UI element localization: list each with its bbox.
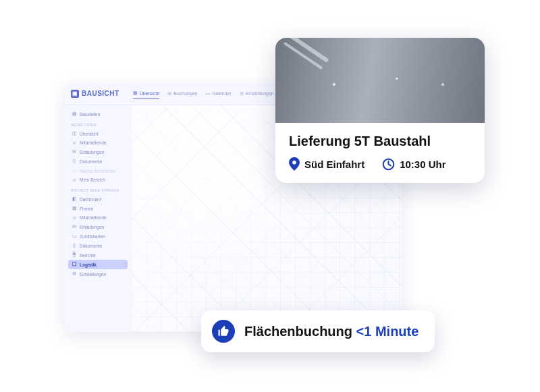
sidebar-item-firmen[interactable]: ▤Firmen <box>68 204 128 213</box>
brand: ▣ BAUSICHT <box>71 90 119 98</box>
sidebar-item-uebersicht[interactable]: ◫Übersicht <box>68 129 128 138</box>
sidebar-section-project: PROJECT BLUE SPRINGS <box>71 188 125 192</box>
pin-icon <box>289 157 300 171</box>
calendar-icon: ▭ <box>206 91 211 96</box>
tab-buchungen[interactable]: ☰ Buchungen <box>167 88 197 99</box>
gear-icon: ⚙ <box>240 91 244 96</box>
mail-icon: ✉ <box>72 224 77 229</box>
user-icon: ☺ <box>72 177 77 182</box>
sidebar-item-mitarbeitende-2[interactable]: ☺Mitarbeitende <box>68 213 128 222</box>
sidebar-item-dashboard[interactable]: ◧Dashboard <box>68 194 128 204</box>
sidebar-item-logistik[interactable]: ❐Logistik <box>68 260 128 269</box>
delivery-card: Lieferung 5T Baustahl Süd Einfahrt 10:30… <box>275 38 485 183</box>
people-icon: ☺ <box>72 215 77 220</box>
badge-text-main: Flächenbuchung <box>244 324 352 339</box>
list-icon: ☰ <box>167 91 171 96</box>
doc-icon: ▯ <box>72 159 77 164</box>
delivery-location: Süd Einfahrt <box>289 157 364 171</box>
sidebar-item-einladungen-2[interactable]: ✉Einladungen <box>68 222 128 231</box>
dashboard-icon: ◧ <box>72 196 77 202</box>
tab-kalender[interactable]: ▭ Kalender <box>206 88 232 99</box>
sidebar-item-dokumente-2[interactable]: ▯Dokumente <box>68 241 128 250</box>
mail-icon: ✉ <box>72 149 77 155</box>
delivery-body: Lieferung 5T Baustahl Süd Einfahrt 10:30… <box>275 123 485 183</box>
sidebar-item-mitarbeitende[interactable]: ☺Mitarbeitende <box>68 138 128 147</box>
grid-icon: ▦ <box>133 90 138 96</box>
badge-flaechenbuchung: Flächenbuchung <1 Minute <box>201 310 435 352</box>
brand-name: BAUSICHT <box>82 90 119 97</box>
delivery-location-text: Süd Einfahrt <box>304 159 364 170</box>
delivery-image-steel <box>275 38 485 123</box>
sidebar-item-zutrittskarten[interactable]: ▭Zutrittskarten <box>68 231 128 241</box>
clock-icon <box>382 158 395 171</box>
company-icon: ▤ <box>72 206 77 211</box>
delivery-title: Lieferung 5T Baustahl <box>289 134 471 149</box>
report-icon: ≣ <box>72 252 77 258</box>
sidebar-item-einstellungen[interactable]: ⚙Einstellungen <box>68 269 128 279</box>
sidebar: ▤ Baustellen MEINE FIRMA ◫Übersicht ☺Mit… <box>64 105 132 332</box>
sidebar-item-berichte[interactable]: ≣Berichte <box>68 250 128 260</box>
badge-text-highlight: <1 Minute <box>356 324 419 339</box>
overview-icon: ◫ <box>72 131 77 136</box>
sidebar-item-mein-bereich[interactable]: ☺Mein Bereich <box>68 175 128 184</box>
gear-icon: ⚙ <box>72 271 77 277</box>
tab-uebersicht[interactable]: ▦ Übersicht <box>133 88 160 99</box>
people-icon: ☺ <box>72 140 77 145</box>
tab-einstellungen[interactable]: ⚙ Einstellungen <box>240 88 274 99</box>
sidebar-item-einladungen[interactable]: ✉Einladungen <box>68 147 128 157</box>
sub-icon: ▭ <box>72 168 77 173</box>
badge-text: Flächenbuchung <1 Minute <box>244 324 418 339</box>
brand-logo-icon: ▣ <box>71 90 79 98</box>
sidebar-item-baustellen[interactable]: ▤ Baustellen <box>68 109 128 119</box>
truck-icon: ❐ <box>72 262 77 267</box>
delivery-time-text: 10:30 Uhr <box>400 159 446 170</box>
sidebar-section-meine-firma: MEINE FIRMA <box>71 123 125 127</box>
sidebar-item-dokumente[interactable]: ▯Dokumente <box>68 157 128 166</box>
doc-icon: ▯ <box>72 243 77 248</box>
card-icon: ▭ <box>72 233 77 239</box>
delivery-meta: Süd Einfahrt 10:30 Uhr <box>289 157 471 171</box>
thumbs-up-icon <box>212 320 235 343</box>
sidebar-item-nachunternehmen[interactable]: ▭Nachunternehmen <box>68 166 128 175</box>
header-tabs: ▦ Übersicht ☰ Buchungen ▭ Kalender ⚙ Ein… <box>133 88 274 99</box>
building-icon: ▤ <box>72 111 77 117</box>
delivery-time: 10:30 Uhr <box>382 158 446 171</box>
